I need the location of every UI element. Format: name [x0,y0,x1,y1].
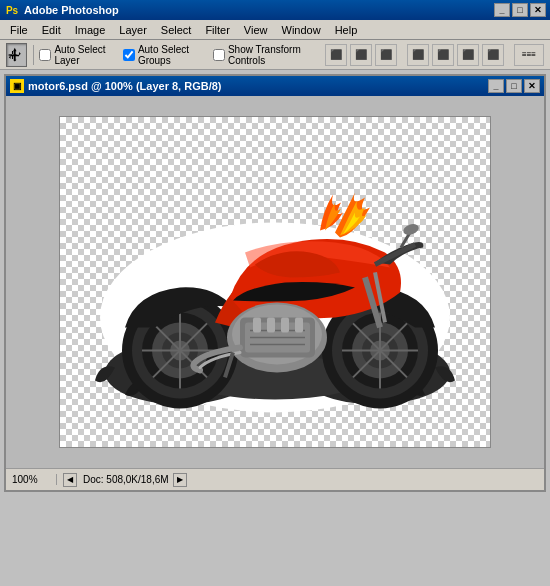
align-right-button[interactable]: ⬛ [375,44,397,66]
menu-layer[interactable]: Layer [113,22,153,38]
svg-rect-36 [295,317,303,332]
menu-select[interactable]: Select [155,22,198,38]
menu-filter[interactable]: Filter [199,22,235,38]
canvas-background [60,117,490,447]
menu-help[interactable]: Help [329,22,364,38]
distribute-right-button[interactable]: ⬛ [457,44,479,66]
document-icon: ▣ [10,79,24,93]
document-window-controls: _ □ ✕ [488,79,540,93]
distribute-left-button[interactable]: ⬛ [407,44,429,66]
auto-select-layer-label: Auto Select Layer [54,44,118,66]
svg-rect-33 [253,317,261,332]
auto-select-layer-group: Auto Select Layer [39,44,118,66]
show-transform-controls-checkbox[interactable] [213,49,225,61]
window-controls: _ □ ✕ [494,3,546,17]
auto-select-groups-checkbox[interactable] [123,49,135,61]
canvas-container [59,116,491,448]
auto-align-button[interactable]: ≡≡≡ [514,44,544,66]
document-title-bar: ▣ motor6.psd @ 100% (Layer 8, RGB/8) _ □… [6,76,544,96]
auto-select-groups-label: Auto Select Groups [138,44,209,66]
minimize-button[interactable]: _ [494,3,510,17]
svg-rect-35 [281,317,289,332]
show-transform-controls-label: Show Transform Controls [228,44,321,66]
app-title-bar: Ps Adobe Photoshop _ □ ✕ [0,0,550,20]
doc-maximize-button[interactable]: □ [506,79,522,93]
move-tool-button[interactable]: ✛ [6,43,27,67]
auto-select-groups-group: Auto Select Groups [123,44,209,66]
menu-view[interactable]: View [238,22,274,38]
svg-point-42 [402,222,420,237]
canvas-area [6,96,544,468]
distribute-center-button[interactable]: ⬛ [432,44,454,66]
menu-file[interactable]: File [4,22,34,38]
menu-bar: File Edit Image Layer Select Filter View… [0,20,550,40]
status-bar: 100% ◀ Doc: 508,0K/18,6M ▶ [6,468,544,490]
motorcycle-image [85,152,465,422]
app-icon: Ps [4,2,20,18]
toolbar: ✛ Auto Select Layer Auto Select Groups S… [0,40,550,70]
svg-rect-34 [267,317,275,332]
menu-image[interactable]: Image [69,22,112,38]
auto-select-layer-checkbox[interactable] [39,49,51,61]
distribute-spacing-button[interactable]: ⬛ [482,44,504,66]
zoom-level: 100% [12,474,57,485]
align-center-button[interactable]: ⬛ [350,44,372,66]
document-title: motor6.psd @ 100% (Layer 8, RGB/8) [28,80,488,92]
status-nav-left[interactable]: ◀ [63,473,77,487]
align-left-button[interactable]: ⬛ [325,44,347,66]
status-nav-right[interactable]: ▶ [173,473,187,487]
app-title: Adobe Photoshop [24,4,494,16]
maximize-button[interactable]: □ [512,3,528,17]
menu-edit[interactable]: Edit [36,22,67,38]
document-window: ▣ motor6.psd @ 100% (Layer 8, RGB/8) _ □… [4,74,546,492]
toolbar-right-icons: ⬛ ⬛ ⬛ ⬛ ⬛ ⬛ ⬛ ≡≡≡ [325,44,544,66]
document-info: Doc: 508,0K/18,6M [83,474,169,485]
app-workspace: ▣ motor6.psd @ 100% (Layer 8, RGB/8) _ □… [0,70,550,586]
menu-window[interactable]: Window [276,22,327,38]
close-button[interactable]: ✕ [530,3,546,17]
doc-minimize-button[interactable]: _ [488,79,504,93]
doc-close-button[interactable]: ✕ [524,79,540,93]
move-tool-icon: ✛ [8,47,24,63]
svg-text:✛: ✛ [8,49,17,61]
show-transform-controls-group: Show Transform Controls [213,44,321,66]
toolbar-sep-1 [33,45,34,65]
